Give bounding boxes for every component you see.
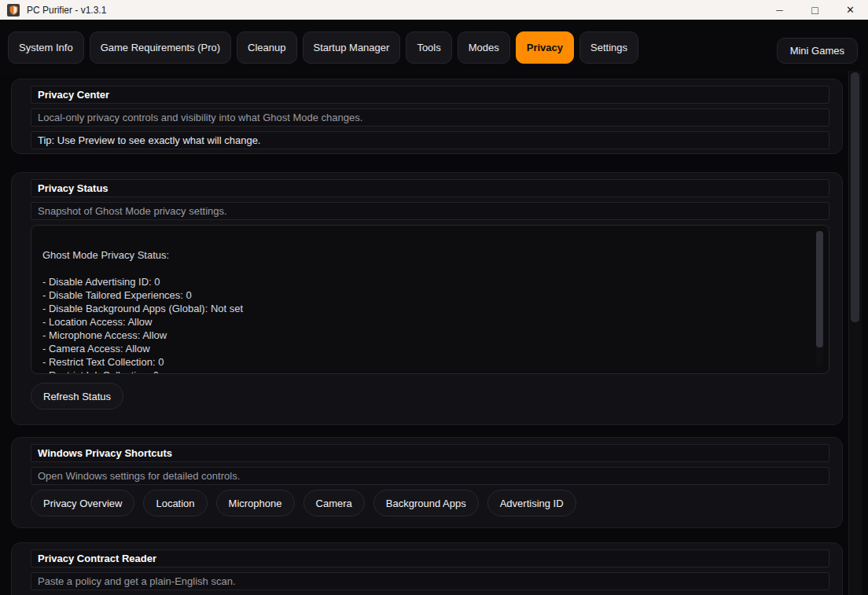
microphone-button[interactable]: Microphone <box>216 490 295 516</box>
shortcuts-title: Windows Privacy Shortcuts <box>31 444 829 462</box>
privacy-status-card: Privacy Status Snapshot of Ghost Mode pr… <box>11 172 843 425</box>
refresh-status-button[interactable]: Refresh Status <box>31 383 123 410</box>
close-button[interactable]: ✕ <box>833 0 868 20</box>
background-apps-button[interactable]: Background Apps <box>373 490 479 516</box>
status-scrollbar-thumb[interactable] <box>816 231 823 347</box>
tab-game-requirements[interactable]: Game Requirements (Pro) <box>90 31 231 64</box>
minimize-button[interactable]: ─ <box>762 0 797 20</box>
privacy-center-description: Local-only privacy controls and visibili… <box>31 108 829 127</box>
contract-reader-title: Privacy Contract Reader <box>31 549 829 567</box>
tab-privacy[interactable]: Privacy <box>516 31 574 64</box>
status-scrollbar-track[interactable] <box>816 231 823 368</box>
camera-button[interactable]: Camera <box>303 490 365 516</box>
shortcuts-button-row: Privacy Overview Location Microphone Cam… <box>31 490 829 516</box>
privacy-status-text: Ghost Mode Privacy Status: - Disable Adv… <box>42 249 243 374</box>
shortcuts-description: Open Windows settings for detailed contr… <box>31 467 829 485</box>
tab-strip: System Info Game Requirements (Pro) Clea… <box>8 31 638 64</box>
maximize-button[interactable]: □ <box>797 0 833 20</box>
tab-cleanup[interactable]: Cleanup <box>237 31 296 64</box>
privacy-contract-reader-card: Privacy Contract Reader Paste a policy a… <box>11 542 843 595</box>
window-controls: ─ □ ✕ <box>762 0 868 20</box>
shield-icon <box>9 6 18 15</box>
app-window: PC Purifier - v1.3.1 ─ □ ✕ System Info G… <box>0 0 868 595</box>
privacy-center-card: Privacy Center Local-only privacy contro… <box>11 79 843 154</box>
page-scrollbar-thumb[interactable] <box>851 72 859 322</box>
content-area: Privacy Center Local-only privacy contro… <box>0 75 868 595</box>
privacy-status-title: Privacy Status <box>31 179 829 197</box>
tab-modes[interactable]: Modes <box>458 31 510 64</box>
privacy-status-textbox[interactable]: Ghost Mode Privacy Status: - Disable Adv… <box>31 225 829 374</box>
privacy-overview-button[interactable]: Privacy Overview <box>31 490 134 516</box>
tab-system-info[interactable]: System Info <box>8 31 84 64</box>
privacy-status-description: Snapshot of Ghost Mode privacy settings. <box>31 202 829 220</box>
tab-startup-manager[interactable]: Startup Manager <box>303 31 401 64</box>
privacy-center-title: Privacy Center <box>31 86 829 104</box>
tab-settings[interactable]: Settings <box>579 31 638 64</box>
advertising-id-button[interactable]: Advertising ID <box>487 490 576 516</box>
privacy-center-tip: Tip: Use Preview to see exactly what wil… <box>31 131 829 149</box>
windows-privacy-shortcuts-card: Windows Privacy Shortcuts Open Windows s… <box>11 437 843 528</box>
window-title: PC Purifier - v1.3.1 <box>27 5 106 16</box>
tab-tools[interactable]: Tools <box>406 31 451 64</box>
mini-games-button[interactable]: Mini Games <box>777 38 858 64</box>
tab-bar: System Info Game Requirements (Pro) Clea… <box>0 20 868 75</box>
titlebar: PC Purifier - v1.3.1 ─ □ ✕ <box>0 0 868 20</box>
location-button[interactable]: Location <box>143 490 207 516</box>
app-icon <box>7 4 20 17</box>
contract-reader-description: Paste a policy and get a plain-English s… <box>31 572 829 590</box>
